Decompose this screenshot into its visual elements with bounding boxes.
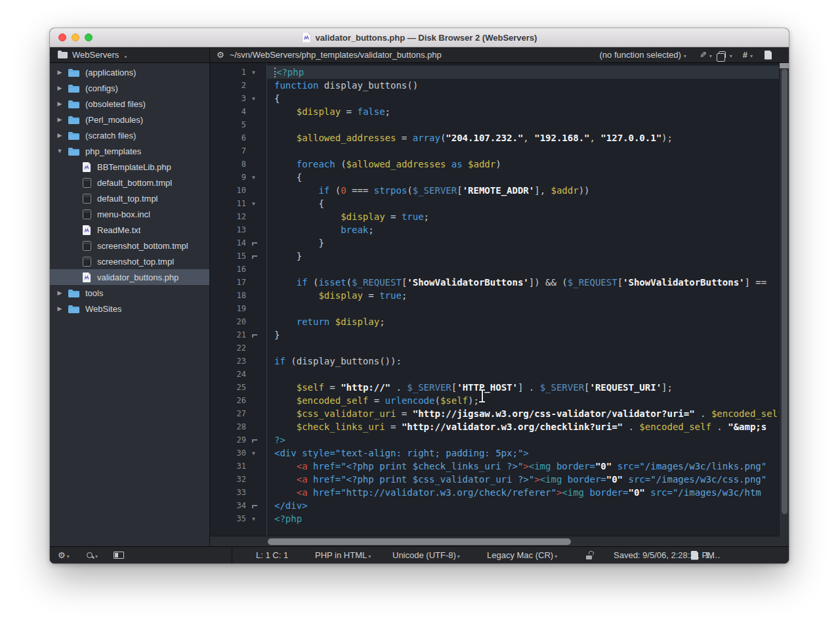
tree-item-configs[interactable]: ▶(configs) [50,80,209,96]
tree-item-tools[interactable]: ▶tools [50,285,209,301]
titlebar[interactable]: validator_buttons.php — Disk Browser 2 (… [50,28,789,47]
code-line-2[interactable]: 2function display_buttons() [210,79,779,92]
tree-item-scratch-files[interactable]: ▶(scratch files) [50,127,209,143]
code-line-27[interactable]: 27 $css_validator_uri = "http://jigsaw.w… [210,407,779,420]
fold-open-icon[interactable]: ▼ [248,450,266,456]
code-line-23[interactable]: 23if (display_buttons()): [210,355,779,368]
line-number: 17 [210,278,248,287]
code-line-19[interactable]: 19 [210,302,779,315]
disclosure-triangle-icon[interactable]: ▶ [55,69,64,76]
encoding-selector[interactable]: Unicode (UTF-8) ▾ [392,547,460,563]
fold-open-icon[interactable]: ▼ [248,201,266,207]
code-line-14[interactable]: 14 } [210,236,779,250]
fold-end-icon[interactable] [248,332,266,337]
zoom-window-button[interactable] [85,33,93,41]
fold-end-icon[interactable] [248,437,266,443]
lock-toggle[interactable] [586,547,593,563]
tree-item-php-templates[interactable]: ▼php_templates [50,143,209,159]
fold-open-icon[interactable]: ▼ [248,175,266,181]
code-text [266,368,779,381]
code-line-34[interactable]: 34</div> [210,499,779,512]
disclosure-triangle-icon[interactable]: ▶ [55,100,64,107]
tree-item-screenshot-bottom-tmpl[interactable]: screenshot_bottom.tmpl [50,238,209,253]
code-editor[interactable]: 1▼<?php2function display_buttons()3▼{4 $… [210,63,789,546]
disclosure-triangle-icon[interactable]: ▶ [55,85,64,91]
code-line-29[interactable]: 29?> [210,433,779,446]
code-text: $display = true; [266,210,779,223]
code-line-18[interactable]: 18 $display = true; [210,289,779,302]
code-line-16[interactable]: 16 [210,263,779,276]
tree-item-menu-box-incl[interactable]: menu-box.incl [50,206,209,222]
code-line-28[interactable]: 28 $check_links_uri = "http://validator.… [210,420,779,433]
tree-item-default-bottom-tmpl[interactable]: default_bottom.tmpl [50,175,209,190]
code-line-9[interactable]: 9▼ { [210,171,779,184]
code-line-6[interactable]: 6 $allowed_addresses = array("204.107.23… [210,131,779,144]
close-window-button[interactable] [58,33,66,41]
language-selector[interactable]: PHP in HTML ▾ [315,547,371,563]
code-line-25[interactable]: 25 $self = "http://" . $_SERVER['HTTP_HO… [210,381,779,394]
code-text: } [266,236,779,250]
fold-end-icon[interactable] [248,503,266,508]
code-line-21[interactable]: 21} [210,328,779,341]
tree-item-obsoleted-files[interactable]: ▶(obsoleted files) [50,96,209,112]
fold-open-icon[interactable]: ▼ [248,70,266,76]
code-line-15[interactable]: 15 } [210,250,779,263]
line-endings-selector[interactable]: Legacy Mac (CR) ▾ [487,547,557,563]
code-line-17[interactable]: 17 if (isset($_REQUEST['ShowValidatorBut… [210,276,779,289]
code-line-32[interactable]: 32 <a href="<?php print $css_validator_u… [210,473,779,486]
disclosure-triangle-icon[interactable]: ▶ [55,132,64,139]
code-line-4[interactable]: 4 $display = false; [210,105,779,118]
tree-item-readme-txt[interactable]: ReadMe.txt [50,222,209,238]
fold-open-icon[interactable]: ▼ [248,516,266,522]
tree-item-applications[interactable]: ▶(applications) [50,64,209,80]
code-line-5[interactable]: 5 [210,118,779,131]
disclosure-triangle-icon[interactable]: ▶ [55,305,64,312]
disclosure-triangle-icon[interactable]: ▼ [55,148,64,154]
code-line-31[interactable]: 31 <a href="<?php print $check_links_uri… [210,460,779,473]
fold-end-icon[interactable] [248,240,266,246]
fold-open-icon[interactable]: ▼ [248,96,266,102]
code-line-7[interactable]: 7 [210,144,779,158]
horizontal-scrollbar-thumb[interactable] [268,538,571,545]
minimize-window-button[interactable] [72,33,79,41]
code-text [266,302,779,315]
disclosure-triangle-icon[interactable]: ▶ [55,116,64,123]
code-line-30[interactable]: 30▼<div style="text-align: right; paddin… [210,446,779,460]
code-line-22[interactable]: 22 [210,341,779,355]
code-line-33[interactable]: 33 <a href="http://validator.w3.org/chec… [210,486,779,499]
tree-item-default-top-tmpl[interactable]: default_top.tmpl [50,190,209,206]
vertical-scrollbar[interactable] [779,63,789,536]
code-line-10[interactable]: 10 if (0 === strpos($_SERVER['REMOTE_ADD… [210,184,779,197]
tree-item-bbtemplatelib-php[interactable]: BBTemplateLib.php [50,159,209,175]
code-line-26[interactable]: 26 $encoded_self = urlencode($self); [210,394,779,407]
code-line-13[interactable]: 13 break; [210,223,779,236]
gear-icon[interactable]: ⚙ [217,51,224,59]
code-line-12[interactable]: 12 $display = true; [210,210,779,223]
code-text: $self = "http://" . $_SERVER['HTTP_HOST'… [266,381,779,394]
code-line-8[interactable]: 8 foreach ($allowed_addresses as $addr) [210,158,779,171]
status-gear-menu[interactable]: ⚙ ▾ [58,547,70,563]
browser-root-selector[interactable]: WebServers [50,47,210,62]
tree-item-perl-modules[interactable]: ▶(Perl_modules) [50,112,209,127]
code-line-20[interactable]: 20 return $display; [210,315,779,328]
tree-item-validator-buttons-php[interactable]: validator_buttons.php [50,269,209,285]
new-document-icon[interactable] [765,51,772,60]
markers-pencil-icon[interactable]: ✎ [700,50,707,60]
code-line-1[interactable]: 1▼<?php [210,66,779,79]
sidebar-toggle-button[interactable] [114,547,124,563]
vertical-scrollbar-thumb[interactable] [782,69,788,514]
counterparts-hash-icon[interactable]: # [743,50,747,60]
line-number: 4 [210,107,248,116]
code-line-24[interactable]: 24 [210,368,779,381]
fold-end-icon[interactable] [248,253,266,259]
function-selector[interactable]: (no function selected) [600,50,681,60]
code-line-3[interactable]: 3▼{ [210,92,779,105]
status-search-menu[interactable]: ▾ [86,547,98,563]
disclosure-triangle-icon[interactable]: ▶ [55,290,64,296]
tree-item-websites[interactable]: ▶WebSites [50,301,209,316]
code-line-35[interactable]: 35▼<?php [210,512,779,525]
code-line-11[interactable]: 11▼ { [210,197,779,210]
tree-item-screenshot-top-tmpl[interactable]: screenshot_top.tmpl [50,253,209,269]
related-documents-icon[interactable] [719,51,726,58]
horizontal-scrollbar[interactable] [210,536,779,546]
